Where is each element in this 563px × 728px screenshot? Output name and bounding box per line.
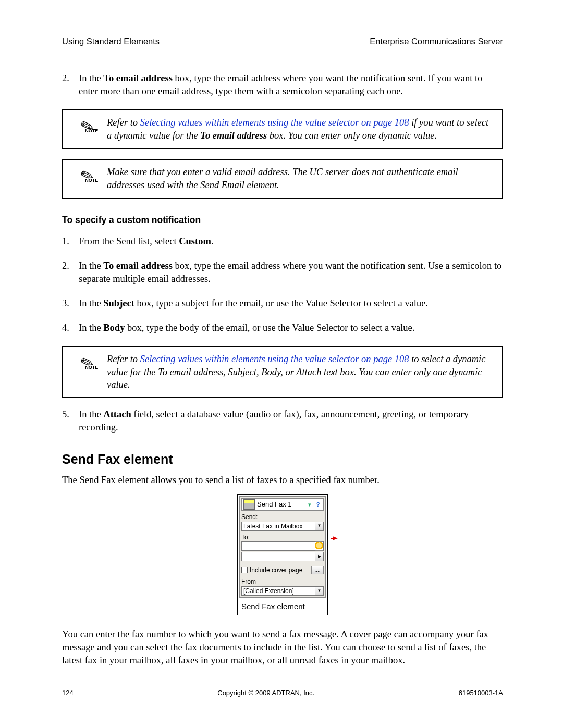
page-number: 124 [62, 688, 74, 698]
header-right: Enterprise Communications Server [370, 35, 503, 47]
cover-page-checkbox[interactable] [241, 567, 248, 573]
send-dropdown[interactable]: Latest Fax in Mailbox ▼ [241, 522, 324, 531]
page-header: Using Standard Elements Enterprise Commu… [62, 35, 503, 51]
note-icon: ✎NOTE [69, 353, 107, 392]
custom-step-2: 2. In the To email address box, type the… [62, 260, 503, 286]
figure-caption: Send Fax element [238, 599, 327, 615]
note-text: Refer to Selecting values within element… [107, 116, 493, 142]
note-box-1: ✎NOTE Refer to Selecting values within e… [62, 109, 503, 149]
doc-id: 619510003-1A [459, 688, 503, 698]
help-icon[interactable]: ? [314, 501, 322, 508]
from-dropdown[interactable]: [Called Extension] ▼ [241, 586, 324, 596]
custom-steps-cont: 5. In the Attach field, select a databas… [62, 408, 503, 434]
cover-page-label: Include cover page [250, 566, 302, 574]
pin-icon[interactable]: ▾ [306, 501, 313, 508]
custom-step-5: 5. In the Attach field, select a databas… [62, 408, 503, 434]
step-2: 2. In the To email address box, type the… [62, 72, 503, 98]
dialog-title: Send Fax 1 [257, 500, 292, 509]
section-heading: Send Fax element [62, 451, 503, 468]
custom-steps: 1. From the Send list, select Custom. 2.… [62, 235, 503, 335]
note-box-3: ✎NOTE Refer to Selecting values within e… [62, 346, 503, 399]
xref-link[interactable]: Selecting values within elements using t… [140, 354, 409, 364]
to-input[interactable] [241, 541, 324, 551]
fax-icon [243, 499, 255, 510]
note-icon: ✎NOTE [69, 166, 107, 192]
figure-wrap: Send Fax 1 ▾ ? Send: Latest Fax in Mailb… [62, 494, 503, 615]
send-fax-figure: Send Fax 1 ▾ ? Send: Latest Fax in Mailb… [237, 494, 328, 615]
step-list-top: 2. In the To email address box, type the… [62, 72, 503, 98]
play-icon[interactable]: ▶ [315, 552, 323, 561]
chevron-down-icon[interactable]: ▼ [315, 587, 323, 595]
section-intro: The Send Fax element allows you to send … [62, 474, 503, 487]
custom-step-1: 1. From the Send list, select Custom. [62, 235, 503, 248]
custom-step-3: 3. In the Subject box, type a subject fo… [62, 297, 503, 310]
note-text: Make sure that you enter a valid email a… [107, 166, 493, 192]
subheading: To specify a custom notification [62, 214, 503, 227]
cover-page-browse-button[interactable]: .... [311, 566, 324, 574]
note-text: Refer to Selecting values within element… [107, 353, 493, 392]
to-play-button[interactable]: ▶ [241, 552, 324, 561]
header-left: Using Standard Elements [62, 35, 160, 47]
to-label: To: [241, 533, 250, 541]
copyright: Copyright © 2009 ADTRAN, Inc. [217, 688, 314, 698]
step-text: In the To email address box, type the em… [79, 73, 482, 96]
xref-link[interactable]: Selecting values within elements using t… [140, 117, 409, 128]
page-footer: 124 Copyright © 2009 ADTRAN, Inc. 619510… [62, 685, 503, 698]
value-selector-icon[interactable] [315, 541, 323, 551]
chevron-down-icon[interactable]: ▼ [315, 522, 323, 530]
output-connector-icon [333, 536, 338, 540]
section-outro: You can enter the fax number to which yo… [62, 628, 503, 667]
from-label: From [241, 577, 256, 586]
custom-step-4: 4. In the Body box, type the body of the… [62, 322, 503, 335]
note-box-2: ✎NOTE Make sure that you enter a valid e… [62, 159, 503, 199]
step-number: 2. [62, 72, 69, 85]
send-label: Send: [241, 513, 258, 521]
note-icon: ✎NOTE [69, 116, 107, 142]
dialog-titlebar: Send Fax 1 ▾ ? [241, 498, 324, 511]
